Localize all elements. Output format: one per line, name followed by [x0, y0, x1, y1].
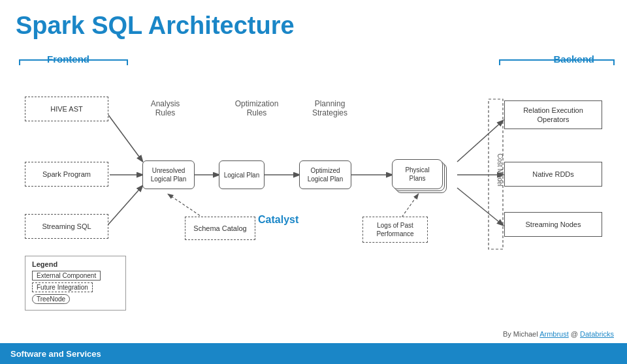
svg-line-10	[457, 188, 503, 225]
armbrust-link[interactable]: Armbrust	[539, 330, 569, 338]
legend-item-future: Future Integration	[32, 282, 119, 292]
optimized-logical-plan-box: OptimizedLogical Plan	[299, 160, 351, 189]
page-title: Spark SQL Architecture	[16, 12, 611, 40]
cost-model-label: Cost Model	[496, 153, 504, 187]
attribution: By Michael Armbrust @ Databricks	[503, 330, 614, 338]
unresolved-logical-plan-box: UnresolvedLogical Plan	[142, 160, 195, 189]
physical-plans-box: PhysicalPlans	[392, 159, 449, 193]
planning-strategies-label: PlanningStrategies	[297, 99, 362, 117]
slide: Spark SQL Architecture	[0, 0, 627, 364]
backend-label: Backend	[553, 53, 594, 65]
logical-plan-box: Logical Plan	[219, 160, 265, 189]
legend-item-external: External Component	[32, 271, 119, 281]
legend-title: Legend	[32, 260, 119, 268]
legend-box: Legend External Component Future Integra…	[25, 256, 126, 311]
spark-program-box: Spark Program	[25, 162, 108, 187]
hive-ast-box: HIVE AST	[25, 97, 108, 121]
frontend-label: Frontend	[47, 53, 89, 65]
native-rdds-box: Native RDDs	[504, 162, 602, 187]
catalyst-label: Catalyst	[258, 214, 298, 226]
bottom-bar-text: Software and Services	[10, 349, 101, 359]
bottom-bar: Software and Services	[0, 343, 627, 364]
streaming-sql-box: Streaming SQL	[25, 214, 108, 239]
optimization-rules-label: OptimizationRules	[227, 99, 286, 117]
databricks-link[interactable]: Databricks	[580, 330, 614, 338]
logs-of-past-performance-box: Logs of PastPerformance	[362, 217, 428, 243]
svg-line-0	[108, 114, 142, 161]
streaming-nodes-box: Streaming Nodes	[504, 212, 602, 237]
relation-execution-operators-box: Relation ExecutionOperators	[504, 100, 602, 129]
schema-catalog-box: Schema Catalog	[185, 217, 255, 240]
legend-item-tree: TreeNode	[32, 294, 119, 304]
analysis-rules-label: AnalysisRules	[139, 99, 191, 117]
svg-line-2	[108, 186, 142, 225]
